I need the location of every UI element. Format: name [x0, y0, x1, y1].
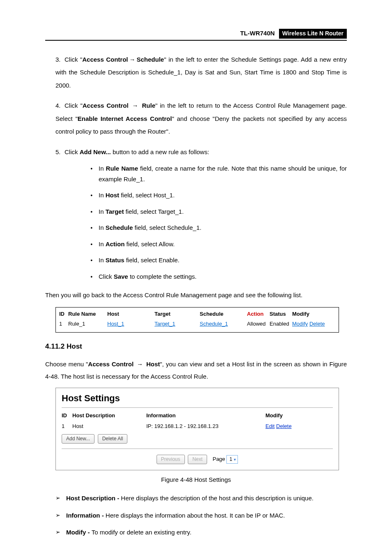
- bold: Information -: [66, 512, 106, 519]
- bold: Host: [146, 361, 160, 368]
- rule-table-row: 1 Rule_1 Host_1 Target_1 Schedule_1 Allo…: [59, 319, 335, 329]
- rule-table: ID Rule Name Host Target Schedule Action…: [55, 307, 339, 333]
- cell-information: IP: 192.168.1.2 - 192.168.1.23: [146, 423, 265, 430]
- cell-id: 1: [62, 423, 72, 430]
- page-header: TL-WR740N Wireless Lite N Router: [45, 29, 347, 41]
- figure-caption: Figure 4-48 Host Settings: [45, 475, 347, 484]
- bold: Target: [106, 208, 124, 215]
- step-number: 3.: [55, 53, 65, 66]
- bold: Save: [114, 273, 128, 280]
- bullet: In Action field, select Allow.: [90, 239, 347, 250]
- bold: Access Control: [83, 102, 129, 109]
- col-id: ID: [62, 412, 72, 419]
- schedule-link[interactable]: Schedule_1: [200, 321, 228, 327]
- col-action: Action: [247, 310, 270, 318]
- section-heading-host: 4.11.2 Host: [45, 342, 347, 352]
- text: to complete the settings.: [128, 273, 197, 280]
- step-3: 3.Click "Access Control→Schedule" in the…: [55, 53, 347, 92]
- cell-host-description: Host: [72, 423, 146, 430]
- bold: Host Description -: [66, 495, 121, 502]
- host-settings-panel: Host Settings ID Host Description Inform…: [55, 388, 339, 470]
- bold: Status: [106, 257, 125, 264]
- page-select[interactable]: 1▾: [226, 455, 238, 464]
- step-number: 4.: [55, 99, 65, 112]
- glossary-list: Host Description - Here displays the des…: [45, 493, 347, 538]
- divider: [62, 407, 333, 408]
- col-rule-name: Rule Name: [68, 310, 107, 318]
- text: field, select Schedule_1.: [133, 224, 201, 231]
- col-status: Status: [270, 310, 292, 318]
- bold: Action: [106, 240, 125, 247]
- col-host: Host: [107, 310, 154, 318]
- arrow-icon: →: [137, 361, 143, 368]
- text: In: [99, 192, 106, 199]
- delete-link[interactable]: Delete: [276, 423, 292, 429]
- bold: Rule: [142, 102, 155, 109]
- text: button to add a new rule as follows:: [111, 148, 209, 155]
- text: In: [99, 257, 106, 264]
- device-model: TL-WR740N: [240, 30, 274, 37]
- bold: Schedule: [136, 56, 164, 63]
- glossary-item: Modify - To modify or delete an existing…: [55, 527, 347, 538]
- step-number: 5.: [55, 146, 65, 159]
- page-value: 1: [229, 456, 232, 462]
- host-table-row: 1 Host IP: 192.168.1.2 - 192.168.1.23 Ed…: [62, 423, 333, 430]
- col-target: Target: [154, 310, 200, 318]
- step-4: 4.Click "Access Control → Rule" in the l…: [55, 99, 347, 138]
- text: In: [99, 224, 106, 231]
- glossary-item: Information - Here displays the informat…: [55, 510, 347, 521]
- col-information: Information: [146, 412, 265, 419]
- host-link[interactable]: Host_1: [107, 321, 124, 327]
- bullet: In Schedule field, select Schedule_1.: [90, 222, 347, 233]
- text: field, select Allow.: [125, 240, 175, 247]
- bold: Modify -: [66, 529, 92, 536]
- text: Click: [99, 273, 114, 280]
- then-paragraph: Then you will go back to the Access Cont…: [45, 289, 347, 301]
- bold: Add New...: [80, 148, 111, 155]
- bullet: In Status field, select Enable.: [90, 255, 347, 266]
- previous-button[interactable]: Previous: [157, 455, 185, 464]
- chevron-down-icon: ▾: [234, 457, 236, 462]
- bullet: Click Save to complete the settings.: [90, 271, 347, 282]
- sub-bullets: In Rule Name field, create a name for th…: [55, 163, 347, 282]
- text: Here displays the description of the hos…: [121, 495, 314, 502]
- next-button[interactable]: Next: [188, 455, 207, 464]
- bullet: In Target field, select Target_1.: [90, 206, 347, 217]
- col-host-description: Host Description: [72, 412, 146, 419]
- host-settings-title: Host Settings: [62, 392, 333, 405]
- bold: Enable Internet Access Control: [78, 115, 172, 122]
- target-link[interactable]: Target_1: [154, 321, 175, 327]
- instruction-list: 3.Click "Access Control→Schedule" in the…: [45, 53, 347, 282]
- host-button-row: Add New... Delete All: [62, 434, 333, 444]
- text: Choose menu ": [45, 361, 88, 368]
- col-schedule: Schedule: [200, 310, 247, 318]
- col-modify: Modify: [292, 310, 329, 318]
- glossary-item: Host Description - Here displays the des…: [55, 493, 347, 504]
- text: Here displays the information about the …: [106, 512, 285, 519]
- text: In: [99, 165, 106, 172]
- text: In: [99, 208, 106, 215]
- bold: Access Control: [88, 361, 134, 368]
- bold: Rule Name: [106, 165, 138, 172]
- text: In: [99, 240, 106, 247]
- modify-link[interactable]: Modify: [292, 321, 308, 327]
- cell-action: Allowed: [247, 320, 270, 328]
- pager: Previous Next Page 1▾: [62, 455, 333, 464]
- host-intro-paragraph: Choose menu "Access Control → Host", you…: [45, 358, 347, 383]
- add-new-button[interactable]: Add New...: [62, 434, 95, 444]
- device-badge: Wireless Lite N Router: [279, 29, 347, 39]
- text: Click ": [65, 56, 82, 63]
- bullet: In Host field, select Host_1.: [90, 190, 347, 201]
- bold: Schedule: [106, 224, 133, 231]
- col-modify: Modify: [265, 412, 307, 419]
- host-table-header: ID Host Description Information Modify: [62, 412, 333, 419]
- bullet: In Rule Name field, create a name for th…: [90, 163, 347, 184]
- arrow-icon: →: [129, 56, 135, 63]
- bold: Access Control: [82, 56, 128, 63]
- delete-all-button[interactable]: Delete All: [98, 434, 128, 444]
- text: Click ": [65, 102, 83, 109]
- edit-link[interactable]: Edit: [265, 423, 274, 429]
- page-label: Page: [212, 456, 225, 462]
- delete-link[interactable]: Delete: [309, 321, 325, 327]
- text: To modify or delete an existing entry.: [92, 529, 191, 536]
